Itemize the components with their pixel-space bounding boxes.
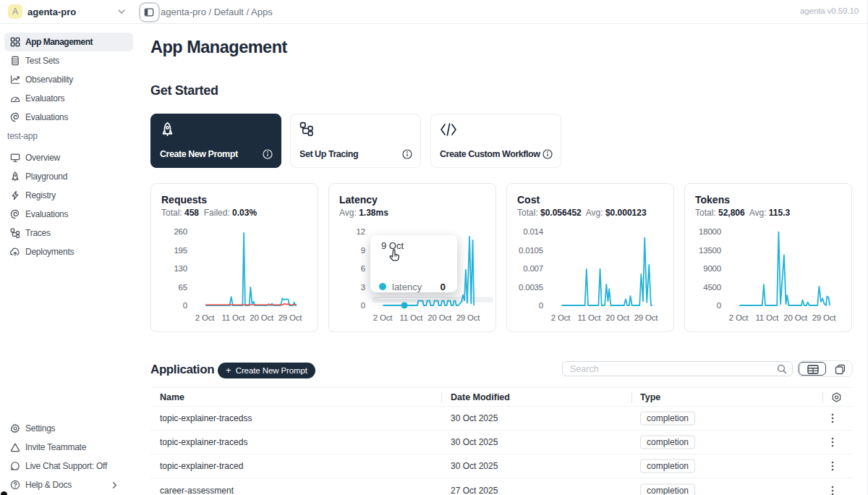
svg-text:0.0105: 0.0105 bbox=[519, 246, 543, 255]
svg-text:2 Oct: 2 Oct bbox=[195, 313, 215, 322]
svg-text:3: 3 bbox=[361, 283, 365, 292]
svg-text:260: 260 bbox=[174, 227, 187, 236]
svg-text:0: 0 bbox=[361, 301, 365, 310]
svg-text:20 Oct: 20 Oct bbox=[605, 313, 630, 322]
svg-text:0: 0 bbox=[183, 301, 187, 310]
svg-text:0.007: 0.007 bbox=[523, 264, 543, 273]
svg-text:20 Oct: 20 Oct bbox=[250, 313, 274, 322]
svg-text:29 Oct: 29 Oct bbox=[456, 313, 481, 322]
svg-text:4500: 4500 bbox=[703, 283, 721, 292]
svg-text:18000: 18000 bbox=[699, 227, 721, 236]
svg-text:29 Oct: 29 Oct bbox=[278, 313, 303, 322]
svg-text:20 Oct: 20 Oct bbox=[427, 313, 452, 322]
svg-text:9000: 9000 bbox=[703, 264, 721, 273]
svg-text:2 Oct: 2 Oct bbox=[373, 313, 393, 322]
svg-text:0.014: 0.014 bbox=[523, 227, 544, 236]
svg-text:29 Oct: 29 Oct bbox=[812, 313, 837, 322]
svg-text:2 Oct: 2 Oct bbox=[551, 313, 571, 322]
svg-text:65: 65 bbox=[179, 283, 187, 292]
svg-text:11 Oct: 11 Oct bbox=[399, 313, 423, 322]
svg-text:12: 12 bbox=[357, 227, 365, 236]
svg-text:130: 130 bbox=[174, 264, 187, 273]
svg-text:13500: 13500 bbox=[699, 246, 721, 255]
svg-text:11 Oct: 11 Oct bbox=[755, 313, 779, 322]
svg-text:195: 195 bbox=[174, 246, 187, 255]
svg-text:29 Oct: 29 Oct bbox=[634, 313, 659, 322]
svg-text:0: 0 bbox=[717, 301, 721, 310]
svg-text:6: 6 bbox=[361, 264, 365, 273]
svg-text:20 Oct: 20 Oct bbox=[783, 313, 808, 322]
svg-text:11 Oct: 11 Oct bbox=[577, 313, 601, 322]
svg-text:0.0035: 0.0035 bbox=[519, 283, 543, 292]
svg-text:2 Oct: 2 Oct bbox=[729, 313, 749, 322]
svg-text:11 Oct: 11 Oct bbox=[221, 313, 245, 322]
svg-text:9: 9 bbox=[361, 246, 365, 255]
svg-text:0: 0 bbox=[539, 301, 543, 310]
